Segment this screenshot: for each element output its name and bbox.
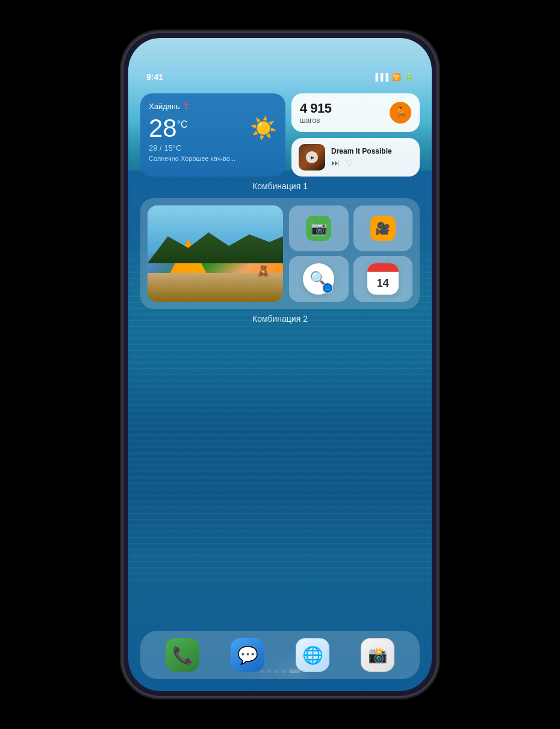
wifi-icon: 🛜 xyxy=(392,73,401,81)
phone-icon: 📞 xyxy=(172,645,193,665)
combo2-label: Комбинация 2 xyxy=(140,314,420,324)
dock-phone-icon[interactable]: 📞 xyxy=(166,638,199,672)
steps-widget[interactable]: 4 915 шагов 🏃 xyxy=(291,93,420,132)
weather-description: Солнечно Хорошее кач-во... xyxy=(149,155,277,162)
steps-info: 4 915 шагов xyxy=(300,101,332,125)
screen-content: 9:41 ▐▐▐ 🛜 🔋 Хайдянь 📍 xyxy=(128,38,432,691)
bear-icon: 🧸 xyxy=(257,264,270,278)
combo1-label: Комбинация 1 xyxy=(140,181,420,191)
search-app-cell[interactable]: 🔍 🌐 xyxy=(289,256,348,302)
location-pin-icon: 📍 xyxy=(182,103,190,110)
music-play-button[interactable] xyxy=(306,151,318,163)
video-app-icon[interactable]: 🎥 xyxy=(370,216,396,241)
gallery-scene: 🧸 xyxy=(148,205,283,302)
signal-icon: ▐▐▐ xyxy=(373,73,388,81)
video-app-cell[interactable]: 🎥 xyxy=(353,205,412,251)
dock-camera-icon[interactable]: 📸 xyxy=(361,638,394,672)
weather-city-row: Хайдянь 📍 xyxy=(149,102,277,111)
camera-app-icon[interactable]: 📷 xyxy=(306,216,331,241)
apps-grid: 📷 🎥 🔍 🌐 xyxy=(289,205,412,302)
camera-app-cell[interactable]: 📷 xyxy=(289,205,348,251)
weather-temperature: 28°C xyxy=(149,116,188,141)
search-badge: 🌐 xyxy=(322,283,333,293)
battery-icon: 🔋 xyxy=(405,73,414,81)
music-title: Dream It Possible xyxy=(331,147,412,155)
steps-count: 4 915 xyxy=(300,101,332,116)
weather-main-row: 28°C ☀️ xyxy=(149,116,277,141)
combo2-section: 🧸 📷 🎥 🔍 xyxy=(140,198,420,324)
status-bar: 9:41 ▐▐▐ 🛜 🔋 xyxy=(140,68,420,86)
status-time: 9:41 xyxy=(146,72,163,82)
messages-icon: 💬 xyxy=(237,645,258,665)
calendar-header xyxy=(367,263,399,272)
music-heart-icon[interactable]: ♡ xyxy=(346,158,353,167)
music-thumbnail xyxy=(299,144,325,171)
music-info: Dream It Possible ⏭ ♡ xyxy=(331,147,412,167)
music-next-icon[interactable]: ⏭ xyxy=(331,158,340,167)
weather-range: 29 / 15°C xyxy=(149,143,277,152)
music-controls: ⏭ ♡ xyxy=(331,158,412,167)
phone-device: 9:41 ▐▐▐ 🛜 🔋 Хайдянь 📍 xyxy=(123,33,437,696)
calendar-date: 14 xyxy=(377,272,389,295)
dock-messages-icon[interactable]: 💬 xyxy=(231,638,264,672)
spacer xyxy=(140,331,420,656)
browser-globe-icon: 🌐 xyxy=(302,645,323,665)
status-icons: ▐▐▐ 🛜 🔋 xyxy=(373,73,414,81)
sun-icon: ☀️ xyxy=(250,116,277,141)
right-widgets: 4 915 шагов 🏃 Dream It Possible xyxy=(291,93,420,177)
steps-label: шагов xyxy=(300,116,332,125)
bottom-dock: 📞 💬 🌐 📸 xyxy=(140,631,420,679)
combo2-widgets: 🧸 📷 🎥 🔍 xyxy=(140,198,420,309)
combo1-widgets: Хайдянь 📍 28°C ☀️ 29 / 15°C Солнечно Хор… xyxy=(140,93,420,177)
dock-browser-icon[interactable]: 🌐 xyxy=(296,638,329,672)
calendar-app-icon[interactable]: 14 xyxy=(367,263,399,295)
runner-icon: 🏃 xyxy=(390,102,411,124)
phone-screen: 9:41 ▐▐▐ 🛜 🔋 Хайдянь 📍 xyxy=(128,38,432,691)
music-widget[interactable]: Dream It Possible ⏭ ♡ xyxy=(291,138,420,177)
camera-icon: 📸 xyxy=(368,646,387,665)
search-app-icon[interactable]: 🔍 🌐 xyxy=(303,263,334,295)
calendar-app-cell[interactable]: 14 xyxy=(353,256,412,302)
weather-widget[interactable]: Хайдянь 📍 28°C ☀️ 29 / 15°C Солнечно Хор… xyxy=(140,93,285,177)
weather-city-name: Хайдянь xyxy=(149,102,180,111)
gallery-widget[interactable]: 🧸 xyxy=(148,205,283,302)
combo1-section: Хайдянь 📍 28°C ☀️ 29 / 15°C Солнечно Хор… xyxy=(140,93,420,191)
